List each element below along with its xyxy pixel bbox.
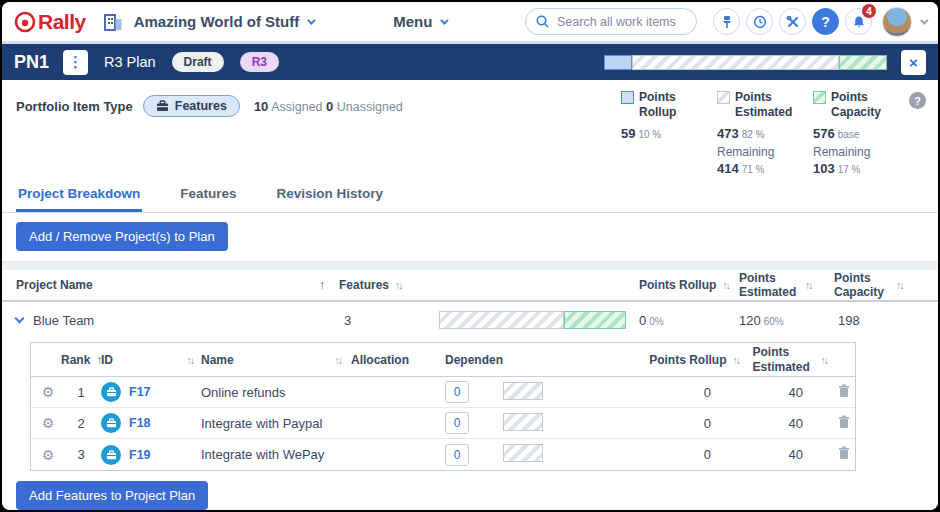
sort-both-icon[interactable]: ↑↓ xyxy=(722,279,731,291)
question-mark-icon: ? xyxy=(821,14,830,30)
points-rollup-value: 0 xyxy=(613,416,741,431)
feature-id-link[interactable]: F18 xyxy=(129,416,151,430)
rally-logo-text: Rally xyxy=(38,10,86,34)
dependencies-count[interactable]: 0 xyxy=(445,444,469,466)
pin-icon xyxy=(721,15,733,29)
feature-name[interactable]: Online refunds xyxy=(201,385,351,400)
col-points-rollup[interactable]: Points Rollup xyxy=(649,353,726,367)
workspace-chevron-down-icon[interactable] xyxy=(307,16,315,24)
legend-help-icon[interactable]: ? xyxy=(909,92,926,109)
workspace-name[interactable]: Amazing World of Stuff xyxy=(134,13,300,30)
plan-name: R3 Plan xyxy=(104,54,156,70)
progress-capacity-segment xyxy=(564,311,626,329)
progress-estimated-segment xyxy=(632,55,839,70)
gear-icon[interactable]: ⚙ xyxy=(35,384,61,400)
add-features-button[interactable]: Add Features to Project Plan xyxy=(16,481,208,510)
sort-both-icon[interactable]: ↑↓ xyxy=(335,354,344,366)
legend-points-rollup: Points Rollup 5910 % xyxy=(621,90,703,141)
trash-icon xyxy=(838,446,850,460)
portfolio-item-type-label: Portfolio Item Type xyxy=(16,99,133,114)
plan-summary-section: Portfolio Item Type Features 10 Assigned… xyxy=(2,80,938,180)
col-dependencies[interactable]: Dependencies xyxy=(445,353,503,367)
progress-capacity-segment xyxy=(839,55,887,70)
col-features[interactable]: Features xyxy=(339,278,389,292)
feature-name[interactable]: Integrate with WePay xyxy=(201,447,351,462)
add-remove-projects-button[interactable]: Add / Remove Project(s) to Plan xyxy=(16,222,228,251)
close-icon: × xyxy=(909,54,918,71)
tools-button[interactable] xyxy=(779,8,806,35)
sort-both-icon[interactable]: ↑↓ xyxy=(187,354,196,366)
trash-icon xyxy=(838,415,850,429)
tab-project-breakdown[interactable]: Project Breakdown xyxy=(16,180,142,212)
menu-button[interactable]: Menu xyxy=(393,13,432,30)
search-box[interactable] xyxy=(525,8,697,35)
plan-kebab-menu-button[interactable]: ⋮ xyxy=(63,50,88,75)
search-input[interactable] xyxy=(557,15,677,29)
feature-type-icon xyxy=(101,445,121,465)
pin-button[interactable] xyxy=(713,8,740,35)
remove-feature-button[interactable] xyxy=(829,415,859,432)
feature-name[interactable]: Integrate with Paypal xyxy=(201,416,351,431)
item-type-selector[interactable]: Features xyxy=(143,95,240,117)
collapse-chevron-icon[interactable] xyxy=(15,314,25,324)
tab-features[interactable]: Features xyxy=(178,180,238,212)
tab-revision-history[interactable]: Revision History xyxy=(275,180,386,212)
dependencies-count[interactable]: 0 xyxy=(445,412,469,434)
remove-feature-button[interactable] xyxy=(829,446,859,463)
features-count: 3 xyxy=(339,313,439,328)
gear-icon[interactable]: ⚙ xyxy=(35,415,61,431)
top-navigation-bar: Rally Amazing World of Stuff Menu xyxy=(2,2,938,44)
menu-chevron-down-icon[interactable] xyxy=(441,16,449,24)
col-points-rollup[interactable]: Points Rollup xyxy=(639,278,716,292)
rank-value: 1 xyxy=(61,385,101,400)
project-name[interactable]: Blue Team xyxy=(33,313,94,328)
col-name[interactable]: Name xyxy=(201,353,234,367)
sort-both-icon[interactable]: ↑↓ xyxy=(395,279,404,291)
project-row-blue-team: Blue Team 3 00% 12060% 198 xyxy=(2,302,938,338)
feature-id-link[interactable]: F19 xyxy=(129,448,151,462)
col-rank[interactable]: Rank xyxy=(61,353,90,367)
project-progress-bar xyxy=(439,311,626,329)
sort-both-icon[interactable]: ↑↓ xyxy=(805,279,814,291)
close-plan-button[interactable]: × xyxy=(901,50,926,75)
remove-feature-button[interactable] xyxy=(829,384,859,401)
col-project-name[interactable]: Project Name xyxy=(16,278,93,292)
sort-both-icon[interactable]: ↑↓ xyxy=(821,354,830,366)
estimated-swatch-icon xyxy=(717,91,730,104)
help-button[interactable]: ? xyxy=(812,8,839,35)
dependencies-count[interactable]: 0 xyxy=(445,381,469,403)
col-points-capacity[interactable]: Points Capacity xyxy=(834,271,890,300)
sort-asc-icon[interactable]: ↑ xyxy=(319,278,325,292)
points-estimated-value: 40 xyxy=(741,447,829,462)
col-allocation[interactable]: Allocation xyxy=(351,353,445,367)
plan-header-bar: PN1 ⋮ R3 Plan Draft R3 × xyxy=(2,44,938,80)
col-points-estimated[interactable]: Points Estimated xyxy=(739,271,799,300)
workspace-building-icon[interactable] xyxy=(102,11,124,33)
points-estimated-value: 12060% xyxy=(739,313,834,328)
rally-logo[interactable]: Rally xyxy=(14,10,86,34)
profile-chevron-down-icon[interactable] xyxy=(920,16,928,24)
history-button[interactable] xyxy=(746,8,773,35)
legend-points-capacity: Points Capacity 576base Remaining 10317 … xyxy=(813,90,895,176)
col-id[interactable]: ID xyxy=(101,353,113,367)
item-type-value: Features xyxy=(175,99,227,113)
plan-status-badge: Draft xyxy=(172,52,224,72)
rollup-swatch-icon xyxy=(621,91,634,104)
user-avatar[interactable] xyxy=(882,7,912,37)
notifications-button[interactable]: 4 xyxy=(845,8,872,35)
feature-progress-bar xyxy=(503,413,543,431)
points-capacity-value: 198 xyxy=(834,313,924,328)
rank-value: 2 xyxy=(61,416,101,431)
sort-both-icon[interactable]: ↑↓ xyxy=(896,279,905,291)
capacity-swatch-icon xyxy=(813,91,826,104)
feature-id-link[interactable]: F17 xyxy=(129,385,151,399)
feature-type-icon xyxy=(101,413,121,433)
gear-icon[interactable]: ⚙ xyxy=(35,447,61,463)
feature-table: Rank ↑ ID ↑↓ Name ↑↓ Allocation Dependen… xyxy=(30,342,856,471)
col-points-estimated[interactable]: Points Estimated xyxy=(753,345,815,374)
notification-badge: 4 xyxy=(861,3,877,19)
points-estimated-value: 40 xyxy=(741,385,829,400)
sort-both-icon[interactable]: ↑↓ xyxy=(733,354,742,366)
project-breakdown-table: Project Name ↑ Features ↑↓ Points Rollup… xyxy=(2,270,938,510)
feature-table-header: Rank ↑ ID ↑↓ Name ↑↓ Allocation Dependen… xyxy=(31,343,855,377)
